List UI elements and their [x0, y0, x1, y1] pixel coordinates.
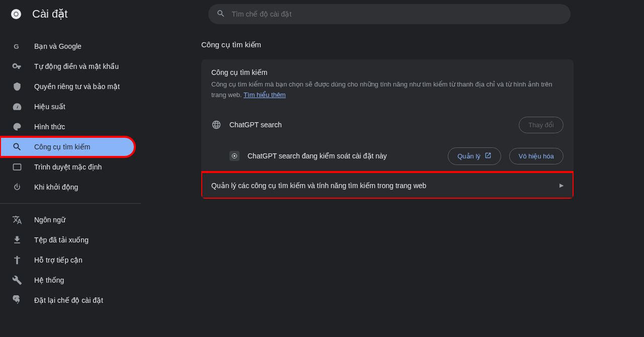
sidebar-item-search-engine[interactable]: Công cụ tìm kiếm — [0, 137, 135, 157]
sidebar-item-label: Hình thức — [34, 123, 65, 131]
palette-icon — [12, 122, 22, 132]
sidebar-item-default-browser[interactable]: Trình duyệt mặc định — [0, 157, 135, 177]
sidebar-item-label: Hệ thống — [34, 276, 64, 284]
sidebar: G Bạn và Google Tự động điền và mật khẩu… — [0, 28, 141, 337]
sidebar-item-label: Tự động điền và mật khẩu — [34, 62, 119, 70]
extension-icon — [229, 151, 239, 161]
sidebar-item-label: Khi khởi động — [34, 183, 78, 191]
chrome-logo-icon — [10, 8, 22, 20]
power-icon — [12, 182, 22, 192]
globe-icon — [211, 120, 221, 130]
system-icon — [12, 275, 22, 285]
browser-icon — [12, 162, 22, 172]
svg-point-5 — [16, 256, 18, 258]
external-link-icon — [485, 152, 492, 160]
sidebar-divider — [0, 203, 141, 204]
current-engine-label: ChatGPT search — [229, 121, 511, 129]
svg-point-2 — [15, 13, 18, 16]
speed-icon — [12, 102, 22, 112]
settings-search[interactable] — [208, 4, 571, 24]
learn-more-link[interactable]: Tìm hiểu thêm — [244, 91, 286, 99]
settings-search-input[interactable] — [231, 10, 562, 18]
google-icon: G — [12, 41, 22, 51]
sidebar-item-system[interactable]: Hệ thống — [0, 270, 135, 290]
manage-extension-button[interactable]: Quản lý — [448, 147, 501, 165]
page-title: Cài đặt — [32, 8, 67, 21]
sidebar-item-performance[interactable]: Hiệu suất — [0, 97, 135, 117]
sidebar-item-label: Ngôn ngữ — [34, 216, 65, 224]
sidebar-item-downloads[interactable]: Tệp đã tải xuống — [0, 230, 135, 250]
svg-point-7 — [233, 155, 235, 157]
card-heading: Công cụ tìm kiếm — [211, 68, 564, 76]
card-description: Công cụ tìm kiếm mà bạn chọn sẽ được dùn… — [211, 79, 564, 101]
language-icon — [12, 215, 22, 225]
chevron-right-icon: ▶ — [559, 182, 564, 189]
sidebar-item-label: Tệp đã tải xuống — [34, 236, 89, 244]
sidebar-item-label: Trình duyệt mặc định — [34, 163, 102, 171]
accessibility-icon — [12, 255, 22, 265]
section-title: Công cụ tìm kiếm — [201, 40, 574, 49]
change-engine-button[interactable]: Thay đổi — [519, 117, 564, 133]
sidebar-item-on-startup[interactable]: Khi khởi động — [0, 177, 135, 197]
disable-extension-button[interactable]: Vô hiệu hóa — [509, 148, 564, 164]
search-engine-card: Công cụ tìm kiếm Công cụ tìm kiếm mà bạn… — [201, 59, 574, 199]
reset-icon — [12, 295, 22, 305]
sidebar-item-appearance[interactable]: Hình thức — [0, 117, 135, 137]
controlled-by-label: ChatGPT search đang kiểm soát cài đặt nà… — [248, 152, 440, 160]
sidebar-item-label: Đặt lại chế độ cài đặt — [34, 296, 103, 304]
download-icon — [12, 235, 22, 245]
sidebar-item-label: Hiệu suất — [34, 103, 65, 111]
sidebar-item-label: Công cụ tìm kiếm — [34, 143, 90, 151]
sidebar-item-label: Quyền riêng tư và bảo mật — [34, 82, 120, 91]
search-icon — [216, 9, 225, 20]
sidebar-item-you-and-google[interactable]: G Bạn và Google — [0, 36, 135, 56]
svg-text:G: G — [14, 43, 19, 50]
svg-rect-4 — [14, 164, 21, 170]
main-content: Công cụ tìm kiếm Công cụ tìm kiếm Công c… — [141, 28, 594, 337]
sidebar-item-label: Hỗ trợ tiếp cận — [34, 256, 83, 264]
manage-search-engines-row[interactable]: Quản lý các công cụ tìm kiếm và tính năn… — [201, 172, 574, 199]
sidebar-item-privacy[interactable]: Quyền riêng tư và bảo mật — [0, 76, 135, 97]
search-icon — [12, 142, 22, 152]
sidebar-item-reset[interactable]: Đặt lại chế độ cài đặt — [0, 290, 135, 310]
sidebar-item-languages[interactable]: Ngôn ngữ — [0, 210, 135, 230]
key-icon — [12, 61, 22, 71]
sidebar-item-autofill[interactable]: Tự động điền và mật khẩu — [0, 56, 135, 76]
sidebar-item-accessibility[interactable]: Hỗ trợ tiếp cận — [0, 250, 135, 270]
manage-search-engines-label: Quản lý các công cụ tìm kiếm và tính năn… — [211, 182, 559, 190]
shield-icon — [12, 81, 22, 92]
sidebar-item-label: Bạn và Google — [34, 42, 82, 50]
